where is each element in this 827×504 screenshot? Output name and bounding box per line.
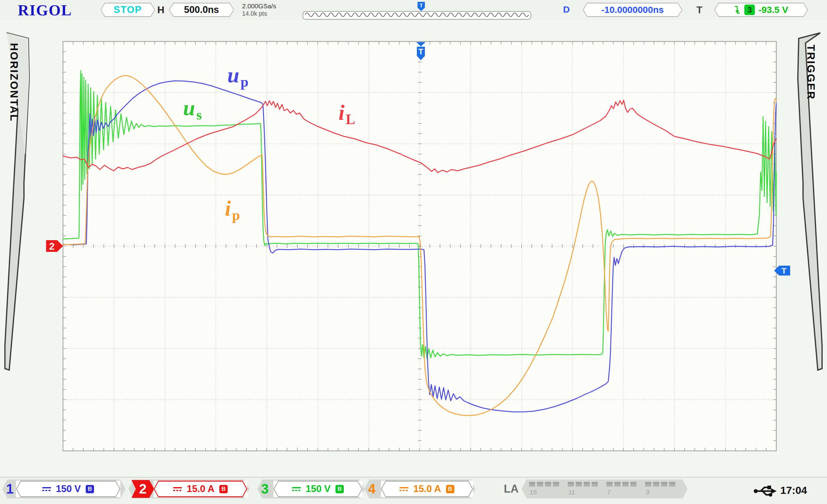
channel-2-settings-box[interactable]: 15.0 AB — [154, 481, 247, 497]
bandwidth-limit-badge: B — [446, 485, 454, 493]
memory-trigger-position-flag[interactable]: T — [417, 2, 425, 11]
clock: 17:04 — [780, 484, 807, 496]
dc-coupling-icon — [42, 487, 51, 491]
dc-coupling-icon — [173, 487, 182, 491]
la-bit-indicator — [606, 482, 613, 487]
la-bit-indicator — [576, 482, 582, 487]
delay-label: D — [563, 4, 570, 15]
falling-edge-icon — [734, 5, 741, 14]
bandwidth-limit-badge: B — [336, 485, 344, 493]
la-group-label: 11 — [568, 489, 575, 496]
channel-4-scale: 15.0 A — [413, 484, 441, 495]
channel-1-scale: 150 V — [56, 484, 81, 495]
run-state-label: STOP — [114, 4, 142, 15]
delay-value-box[interactable]: -10.0000000ns — [583, 3, 682, 17]
memory-depth-value: 14.0k pts — [242, 10, 276, 17]
la-bit-indicator — [615, 482, 621, 487]
timebase-box[interactable]: 500.0ns — [169, 3, 234, 17]
la-bit-indicator — [553, 482, 559, 487]
acquisition-info: 2.000GSa/s 14.0k pts — [242, 2, 276, 17]
trigger-source-badge: 3 — [744, 5, 755, 15]
la-bit-indicator — [661, 482, 667, 487]
rigol-logo: RIGOL — [18, 1, 72, 19]
channel-1-number[interactable]: 1 — [6, 481, 13, 497]
bandwidth-limit-badge: B — [220, 485, 228, 493]
horizontal-label: H — [157, 4, 164, 16]
display-area: upusiLipT2T HORIZONTAL TRIGGER — [0, 20, 827, 477]
channel2-zero-marker[interactable]: 2 — [46, 240, 63, 252]
la-bit-indicator — [529, 482, 535, 487]
la-bit-indicator — [622, 482, 629, 487]
trigger-settings-box[interactable]: 3 -93.5 V — [714, 3, 808, 17]
top-status-bar: RIGOL STOP H 500.0ns 2.000GSa/s 14.0k pt… — [0, 0, 827, 20]
delay-value: -10.0000000ns — [601, 5, 664, 15]
horizontal-panel-shape — [0, 26, 46, 383]
la-bit-indicator — [568, 482, 574, 487]
la-bit-indicator — [653, 482, 659, 487]
trigger-panel-label: TRIGGER — [805, 45, 817, 100]
timebase-value: 500.0ns — [184, 4, 219, 15]
memory-position-bar[interactable] — [303, 11, 531, 20]
la-label: LA — [504, 483, 519, 495]
la-group-label: 3 — [646, 489, 649, 496]
la-bit-indicator — [645, 482, 651, 487]
trigger-panel-shape — [781, 26, 827, 383]
trigger-label: T — [696, 4, 702, 16]
bottom-channel-bar: 1150 VB215.0 AB3150 VB415.0 AB LA 151173… — [0, 477, 827, 504]
trigger-level-value: -93.5 V — [759, 5, 788, 15]
la-group-label: 7 — [607, 489, 611, 496]
channel-1-settings-box[interactable]: 150 VB — [16, 481, 120, 497]
la-bit-indicator — [537, 482, 543, 487]
channel-3-scale: 150 V — [306, 484, 331, 495]
bandwidth-limit-badge: B — [86, 485, 94, 493]
la-bit-indicator — [545, 482, 551, 487]
trigger-side-panel[interactable]: TRIGGER — [781, 26, 827, 384]
oscilloscope-screenshot: RIGOL STOP H 500.0ns 2.000GSa/s 14.0k pt… — [0, 0, 827, 504]
run-state-indicator[interactable]: STOP — [100, 3, 155, 17]
la-bit-indicator — [669, 482, 675, 487]
dc-coupling-icon — [292, 487, 301, 491]
horizontal-side-panel[interactable]: HORIZONTAL — [0, 26, 46, 384]
waveform-plot: upusiLipT2T — [0, 20, 827, 477]
usb-icon — [753, 484, 777, 498]
memory-waveform-pattern — [303, 12, 529, 18]
svg-text:2: 2 — [49, 241, 55, 252]
la-bit-indicator — [592, 482, 598, 487]
channel-4-settings-box[interactable]: 15.0 AB — [381, 481, 473, 497]
channel-2-scale: 15.0 A — [187, 484, 214, 495]
svg-text:T: T — [419, 47, 423, 56]
channel-4-number[interactable]: 4 — [368, 481, 376, 497]
la-bit-indicator — [584, 482, 590, 487]
la-bit-indicator — [630, 482, 637, 487]
horizontal-panel-label: HORIZONTAL — [8, 43, 20, 122]
dc-coupling-icon — [400, 487, 408, 491]
svg-text:T: T — [420, 3, 423, 9]
sample-rate-value: 2.000GSa/s — [242, 2, 276, 10]
la-group-label: 15 — [530, 489, 537, 496]
channel-3-number[interactable]: 3 — [261, 481, 269, 497]
channel-3-settings-box[interactable]: 150 VB — [274, 481, 362, 497]
